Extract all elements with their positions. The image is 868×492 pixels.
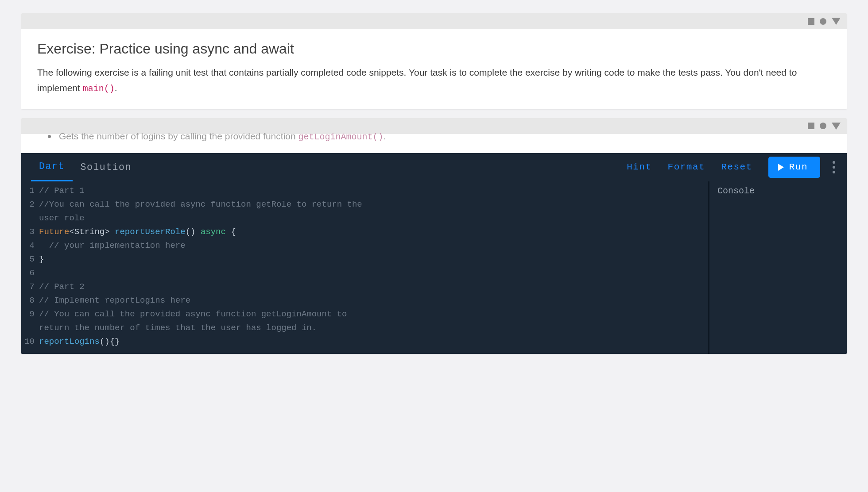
editor-toolbar: Dart Solution Hint Format Reset Run (21, 153, 847, 181)
line-content[interactable]: user role (39, 211, 708, 225)
code-line[interactable]: user role (21, 211, 708, 225)
line-number (21, 321, 39, 335)
code-line[interactable]: 7// Part 2 (21, 280, 708, 294)
reset-button[interactable]: Reset (721, 162, 752, 172)
line-content[interactable]: // Implement reportLogins here (39, 294, 708, 308)
stop-icon[interactable] (808, 123, 814, 129)
more-menu-icon[interactable] (833, 161, 835, 173)
line-number: 5 (21, 253, 39, 266)
code-line[interactable]: 2//You can call the provided async funct… (21, 198, 708, 211)
code-line[interactable]: return the number of times that the user… (21, 321, 708, 335)
getloginamount-code-ref: getLoginAmount() (298, 132, 383, 142)
stop-icon[interactable] (808, 18, 814, 25)
line-content[interactable] (39, 266, 708, 280)
dropdown-icon[interactable] (832, 123, 841, 130)
code-line[interactable]: 4// your implementation here (21, 239, 708, 253)
bullet-text: Gets the number of logins by calling the… (59, 131, 298, 141)
line-content[interactable]: // You can call the provided async funct… (39, 308, 708, 321)
bullet-icon (48, 135, 51, 138)
exercise-intro-card: Exercise: Practice using async and await… (21, 13, 847, 109)
run-button-label: Run (789, 162, 808, 172)
code-line[interactable]: 6 (21, 266, 708, 280)
hint-button[interactable]: Hint (627, 162, 651, 172)
play-icon (778, 164, 784, 171)
console-pane: Console (709, 181, 847, 354)
line-content[interactable]: // Part 2 (39, 280, 708, 294)
line-number: 9 (21, 308, 39, 321)
code-line[interactable]: 9// You can call the provided async func… (21, 308, 708, 321)
line-number: 1 (21, 184, 39, 198)
line-content[interactable]: return the number of times that the user… (39, 321, 708, 335)
line-content[interactable]: // Part 1 (39, 184, 708, 198)
code-line[interactable]: 5} (21, 253, 708, 266)
bullet-text-post: . (384, 131, 386, 141)
run-button[interactable]: Run (768, 157, 820, 178)
card-header-bar (21, 13, 847, 29)
line-content[interactable]: } (39, 253, 708, 266)
console-label: Console (717, 186, 755, 196)
line-content[interactable]: Future<String> reportUserRole() async { (39, 225, 708, 239)
truncated-instructions: Gets the number of logins by calling the… (21, 134, 847, 153)
exercise-description: The following exercise is a failing unit… (37, 65, 831, 96)
exercise-title: Exercise: Practice using async and await (37, 41, 831, 57)
code-line[interactable]: 8// Implement reportLogins here (21, 294, 708, 308)
line-number: 4 (21, 239, 39, 253)
line-number: 8 (21, 294, 39, 308)
record-icon[interactable] (820, 123, 826, 129)
code-line[interactable]: 3Future<String> reportUserRole() async { (21, 225, 708, 239)
line-content[interactable]: reportLogins(){} (39, 335, 708, 349)
record-icon[interactable] (820, 18, 826, 25)
exercise-editor-card: Gets the number of logins by calling the… (21, 118, 847, 354)
dropdown-icon[interactable] (832, 18, 841, 25)
line-content[interactable]: //You can call the provided async functi… (39, 198, 708, 211)
code-pane[interactable]: 1// Part 12//You can call the provided a… (21, 181, 709, 354)
line-number: 3 (21, 225, 39, 239)
exercise-description-post: . (115, 83, 117, 93)
line-number (21, 211, 39, 225)
tab-dart[interactable]: Dart (31, 153, 73, 181)
line-number: 6 (21, 266, 39, 280)
line-content[interactable]: // your implementation here (39, 239, 708, 253)
line-number: 10 (21, 335, 39, 349)
tab-solution[interactable]: Solution (73, 153, 140, 181)
code-line[interactable]: 1// Part 1 (21, 184, 708, 198)
line-number: 2 (21, 198, 39, 211)
exercise-description-text: The following exercise is a failing unit… (37, 67, 797, 93)
format-button[interactable]: Format (668, 162, 705, 172)
line-number: 7 (21, 280, 39, 294)
main-code-ref: main() (83, 84, 115, 94)
code-editor: Dart Solution Hint Format Reset Run 1// … (21, 153, 847, 354)
code-line[interactable]: 10reportLogins(){} (21, 335, 708, 349)
